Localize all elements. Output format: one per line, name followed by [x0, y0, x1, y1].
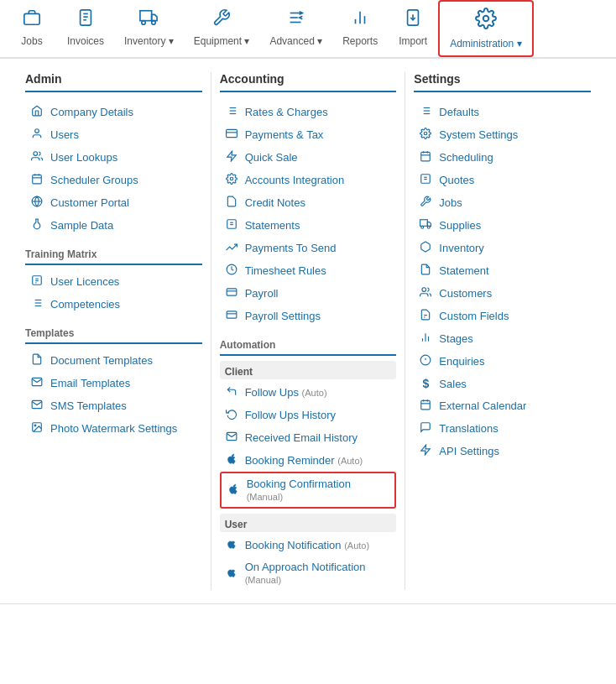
nav-item-invoices[interactable]: Invoices: [57, 0, 114, 57]
payroll-link[interactable]: Payroll: [220, 282, 397, 305]
payroll-settings-link[interactable]: Payroll Settings: [220, 305, 397, 327]
svg-rect-20: [33, 175, 42, 184]
svg-point-37: [34, 425, 36, 426]
document-templates-link[interactable]: Document Templates: [25, 349, 202, 372]
nav-item-inventory[interactable]: Inventory ▾: [114, 0, 184, 57]
svg-rect-54: [227, 311, 237, 318]
svg-point-62: [425, 132, 428, 135]
credit-notes-link[interactable]: Credit Notes: [220, 191, 397, 214]
api-settings-link[interactable]: API Settings: [414, 440, 591, 462]
on-approach-notification-icon: [225, 567, 238, 581]
nav-item-jobs[interactable]: Jobs: [7, 0, 57, 57]
sales-link[interactable]: $ Sales: [414, 373, 591, 394]
booking-confirmation-link[interactable]: Booking Confirmation (Manual): [220, 472, 397, 509]
svg-point-17: [483, 16, 489, 22]
booking-reminder-link[interactable]: Booking Reminder (Auto): [220, 449, 397, 472]
custom-fields-link[interactable]: Custom Fields: [414, 305, 591, 327]
svg-marker-87: [421, 445, 431, 455]
booking-notification-link[interactable]: Booking Notification (Auto): [220, 534, 397, 556]
user-subsection-label: User: [220, 514, 397, 532]
sample-data-link[interactable]: Sample Data: [25, 214, 202, 237]
user-licences-link[interactable]: User Licences: [25, 270, 202, 293]
supplies-icon: [419, 218, 432, 232]
received-email-history-link[interactable]: Received Email History: [220, 426, 397, 449]
svg-marker-46: [227, 151, 236, 161]
invoices-icon: [76, 8, 95, 32]
svg-point-18: [35, 129, 39, 133]
svg-rect-1: [81, 10, 91, 25]
email-templates-link[interactable]: Email Templates: [25, 372, 202, 394]
quick-sale-link[interactable]: Quick Sale: [220, 146, 397, 169]
enquiries-link[interactable]: Enquiries: [414, 350, 591, 373]
follow-ups-icon: [225, 385, 238, 399]
email-templates-label: Email Templates: [50, 377, 130, 389]
svg-rect-44: [226, 129, 237, 137]
defaults-icon: [419, 105, 432, 119]
enquiries-icon: [419, 354, 432, 368]
booking-confirmation-icon: [227, 483, 240, 498]
company-details-link[interactable]: Company Details: [25, 101, 202, 123]
administration-icon: [475, 8, 497, 34]
timesheet-rules-link[interactable]: Timesheet Rules: [220, 259, 397, 282]
photo-watermark-link[interactable]: Photo Watermark Settings: [25, 417, 202, 440]
users-link[interactable]: Users: [25, 123, 202, 146]
nav-item-reports[interactable]: Reports: [332, 0, 388, 57]
users-label: Users: [50, 128, 79, 141]
nav-item-administration[interactable]: Administration ▾: [438, 0, 533, 57]
svg-point-72: [421, 226, 424, 228]
nav-label-import: Import: [399, 35, 427, 47]
follow-ups-link[interactable]: Follow Ups (Auto): [220, 381, 397, 404]
system-settings-link[interactable]: System Settings: [414, 123, 591, 146]
system-settings-label: System Settings: [439, 128, 518, 141]
svg-rect-0: [24, 13, 39, 24]
svg-rect-70: [420, 220, 428, 227]
nav-item-import[interactable]: Import: [388, 0, 438, 57]
company-details-label: Company Details: [50, 106, 133, 118]
photo-watermark-icon: [30, 421, 44, 436]
sample-data-label: Sample Data: [50, 219, 113, 232]
external-calendar-link[interactable]: External Calendar: [414, 394, 591, 417]
supplies-link[interactable]: Supplies: [414, 214, 591, 237]
admin-header: Admin: [25, 72, 202, 92]
admin-column: Admin Company Details Users User Lookups…: [17, 72, 211, 590]
inventory-icon: [139, 8, 158, 32]
svg-rect-63: [421, 152, 431, 161]
payments-tax-link[interactable]: Payments & Tax: [220, 123, 397, 146]
advanced-icon: [287, 8, 305, 32]
statement-label: Statement: [439, 264, 488, 277]
booking-reminder-icon: [225, 453, 238, 467]
inventory-settings-link[interactable]: Inventory: [414, 237, 591, 259]
user-licences-icon: [30, 274, 44, 289]
booking-confirmation-label: Booking Confirmation (Manual): [247, 478, 390, 503]
jobs-settings-link[interactable]: Jobs: [414, 191, 591, 214]
competencies-link[interactable]: Competencies: [25, 293, 202, 316]
translations-link[interactable]: Translations: [414, 417, 591, 440]
scheduling-label: Scheduling: [439, 151, 493, 164]
payroll-settings-label: Payroll Settings: [245, 310, 321, 322]
statement-link[interactable]: Statement: [414, 259, 591, 282]
quotes-link[interactable]: Quotes: [414, 169, 591, 191]
accounts-integration-link[interactable]: Accounts Integration: [220, 169, 397, 191]
customer-portal-link[interactable]: Customer Portal: [25, 191, 202, 214]
nav-item-equipment[interactable]: Equipment ▾: [184, 0, 260, 57]
on-approach-notification-link[interactable]: On Approach Notification (Manual): [220, 556, 397, 590]
customers-settings-link[interactable]: Customers: [414, 282, 591, 305]
statements-icon: [225, 218, 238, 232]
rates-charges-link[interactable]: Rates & Charges: [220, 101, 397, 123]
payments-to-send-link[interactable]: Payments To Send: [220, 237, 397, 259]
sales-label: Sales: [439, 378, 467, 390]
svg-rect-52: [227, 289, 237, 295]
stages-link[interactable]: Stages: [414, 327, 591, 350]
translations-icon: [419, 421, 432, 436]
defaults-link[interactable]: Defaults: [414, 101, 591, 123]
nav-item-advanced[interactable]: Advanced ▾: [259, 0, 332, 57]
statements-link[interactable]: Statements: [220, 214, 397, 237]
sms-templates-link[interactable]: SMS Templates: [25, 394, 202, 417]
scheduler-groups-link[interactable]: Scheduler Groups: [25, 169, 202, 191]
payroll-icon: [225, 286, 238, 300]
scheduling-link[interactable]: Scheduling: [414, 146, 591, 169]
scheduler-groups-label: Scheduler Groups: [50, 174, 138, 186]
follow-ups-history-link[interactable]: Follow Ups History: [220, 404, 397, 426]
user-lookups-link[interactable]: User Lookups: [25, 146, 202, 169]
sms-templates-icon: [30, 399, 44, 413]
